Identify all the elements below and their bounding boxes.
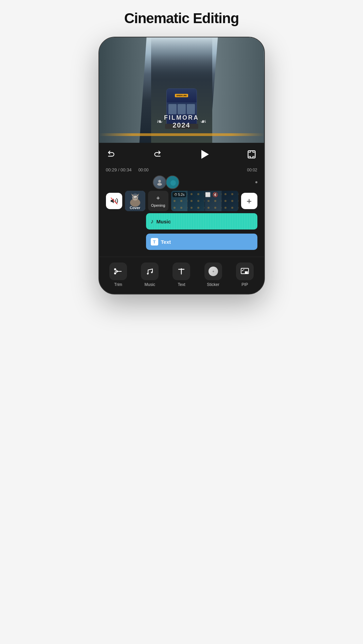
controls-bar [99,143,264,166]
bottom-toolbar: Trim Music [99,257,264,294]
music-track-label: Music [157,219,171,224]
music-label: Music [145,282,155,287]
trim-icon-wrap [109,262,127,280]
text-tool[interactable]: Text [169,262,193,287]
svg-rect-0 [248,151,255,158]
pip-icon [240,267,250,276]
watermark-year: 2024 [164,121,199,129]
tram-sign: GREEN LINE [175,94,188,97]
text-label: Text [178,282,185,287]
cover-clip[interactable]: ⇄ Cover [125,191,145,211]
laurel-right-icon: ❧ [200,117,206,126]
video-strip[interactable]: ⏱ 5.2s ⬜ 🔇 [171,191,238,211]
platform-strip [99,133,264,136]
clip-resize-icon: ⬜ [205,192,211,197]
cover-label: Cover [130,206,140,210]
play-button[interactable] [198,148,211,161]
opening-label: Opening [151,203,165,207]
watermark: ❧ FILMORA 2024 ❧ [157,114,206,129]
sticker-label: Sticker [207,282,219,287]
laurel-left-icon: ❧ [157,117,163,126]
svg-point-4 [170,180,176,186]
svg-line-23 [243,269,244,270]
cover-swap-icon: ⇄ [132,193,139,200]
page-title: Cinematic Editing [124,10,239,27]
text-track-icon: T [151,238,158,245]
play-triangle-icon [201,150,209,159]
text-track[interactable]: T Text [146,234,257,250]
audio-icon [110,197,118,205]
svg-point-24 [242,270,243,271]
text-icon [177,267,186,276]
svg-point-1 [158,180,161,183]
undo-button[interactable] [106,149,117,160]
laurel-left: ❧ FILMORA 2024 ❧ [157,114,206,129]
sticker-icon [208,267,218,276]
duration-text: 5.2s [178,193,185,197]
video-preview: GREEN LINE ❧ FILMORA 202 [99,37,264,143]
time-marks: 00:00 00:02 [135,168,257,172]
thumbnail-row [99,174,264,191]
svg-point-2 [157,183,162,186]
trim-tool[interactable]: Trim [106,262,130,287]
audio-button[interactable] [106,193,122,209]
pip-icon-wrap [236,262,254,280]
trim-icon [113,267,123,276]
fullscreen-icon [247,150,256,159]
timeline-area: 00:29 / 00:34 00:00 00:02 [99,166,264,257]
strip-frame-4 [222,191,238,211]
strip-frame-2 [188,191,204,211]
redo-icon [153,150,162,159]
music-note-icon: ♪ [151,218,154,225]
timeline-dot [255,181,257,183]
text-track-label: Text [161,239,171,245]
opening-clip[interactable]: + Opening [148,191,168,211]
svg-point-17 [114,268,116,270]
time-display: 00:29 / 00:34 [106,167,132,172]
text-icon-wrap [173,262,190,280]
watermark-text-block: FILMORA 2024 [164,114,199,129]
svg-point-18 [114,272,116,274]
add-clip-button[interactable]: + [241,193,257,209]
thumbnail-1[interactable] [153,175,166,189]
music-icon [145,267,155,276]
fullscreen-button[interactable] [246,149,257,160]
pip-label: PIP [241,282,248,287]
tram-windows [168,104,195,114]
music-track-row: ♪ Music [99,211,264,230]
building-right [210,37,264,143]
clock-icon: ⏱ [174,193,178,197]
phone-frame: GREEN LINE ❧ FILMORA 202 [98,37,265,294]
add-icon: + [247,197,252,205]
redo-button[interactable] [152,149,163,160]
clip-row: ⇄ Cover + Opening ⏱ [99,191,264,211]
opening-plus-icon: + [156,195,160,202]
watermark-name: FILMORA [164,114,199,121]
svg-rect-22 [245,271,248,273]
trim-label: Trim [114,282,122,287]
undo-icon [107,150,116,159]
strip-control-icons: ⬜ 🔇 [205,192,218,197]
text-track-row: T Text [99,230,264,253]
music-tool[interactable]: Music [138,262,162,287]
pip-tool[interactable]: PIP [233,262,257,287]
music-track[interactable]: ♪ Music [146,213,257,230]
sticker-tool[interactable]: Sticker [201,262,225,287]
tram-front: GREEN LINE [167,89,197,102]
timeline-time-row: 00:29 / 00:34 00:00 00:02 [99,166,264,174]
music-icon-wrap [141,262,159,280]
time-mark-end: 00:02 [247,168,257,172]
clip-audio-icon: 🔇 [213,192,218,197]
thumbnail-2[interactable] [166,175,179,189]
time-mark-start: 00:00 [138,168,148,172]
page-wrapper: Cinematic Editing GREEN LINE [91,10,272,294]
thumbnail-person-icon [156,179,163,186]
thumbnail-scene-icon [166,176,179,189]
building-left [99,37,147,143]
duration-badge: ⏱ 5.2s [173,192,186,197]
sticker-icon-wrap [204,262,222,280]
